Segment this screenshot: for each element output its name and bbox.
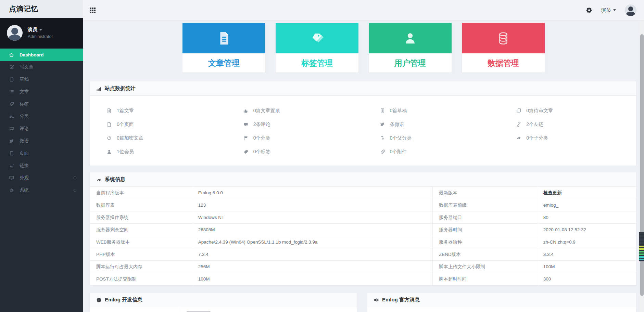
card-label: 数据管理 <box>462 53 545 73</box>
sidebar-item-write-post[interactable]: 写文章 <box>0 61 83 73</box>
main-content: 文章管理 标签管理 用户管理 数据管理 <box>83 21 644 312</box>
sidebar-item-label: Dashboard <box>20 52 44 57</box>
topbar-user-name: 演员 <box>601 7 611 13</box>
stat-label: 0个页面 <box>117 121 134 128</box>
card-user-management[interactable]: 用户管理 <box>369 23 452 73</box>
stat-parent-categories[interactable]: 0个父分类 <box>380 131 500 145</box>
stat-label: 1位会员 <box>117 149 134 155</box>
stats-grid: 1篇文章 0个页面 0篇加密文章 1位会员 0篇文章置顶 2条评论 0个分类 0… <box>90 96 636 166</box>
sidebar-item-label: 分类 <box>20 113 29 119</box>
sys-label: WEB服务器版本 <box>90 236 192 248</box>
home-icon <box>9 52 14 58</box>
table-row: WEB服务器版本 Apache/2.4.39 (Win64) OpenSSL/1… <box>90 236 636 248</box>
stat-friend-links[interactable]: 2个友链 <box>516 118 636 131</box>
page-icon <box>9 151 14 156</box>
page-scrollbar[interactable] <box>639 21 644 312</box>
table-row: 数据库表 123 数据库表前缀 emlog_ <box>90 199 636 211</box>
stat-attachments[interactable]: 0个附件 <box>380 145 500 159</box>
card-post-management[interactable]: 文章管理 <box>182 23 265 73</box>
stat-label: 2个友链 <box>526 121 543 128</box>
sidebar-item-dashboard[interactable]: Dashboard <box>0 49 83 61</box>
card-tag-management[interactable]: 标签管理 <box>276 23 358 73</box>
sidebar-item-label: 文章 <box>20 89 29 95</box>
gauge-icon <box>96 177 102 182</box>
copyright-label: 版权所有: <box>90 307 180 312</box>
card-label: 用户管理 <box>369 53 452 73</box>
user-avatar[interactable] <box>7 25 23 41</box>
system-panel-header: 系统信息 <box>90 172 636 187</box>
clipboard-icon <box>9 77 14 82</box>
stat-label: 0篇文章置顶 <box>253 108 280 114</box>
topbar-user-dropdown[interactable]: 演员 <box>601 7 616 13</box>
gear-icon <box>9 187 14 193</box>
sidebar-item-posts[interactable]: 文章 <box>0 86 83 98</box>
sys-value: 80 <box>537 211 636 223</box>
tag-icon <box>9 101 14 107</box>
stat-microblogs[interactable]: 条微语 <box>380 118 500 131</box>
stat-encrypted-posts[interactable]: 0篇加密文章 <box>106 131 227 145</box>
sys-label: 数据库表前缀 <box>432 199 537 211</box>
sys-value: Windows NT <box>192 211 432 223</box>
topbar-avatar[interactable] <box>625 4 636 16</box>
sys-label: 最新版本 <box>432 187 537 199</box>
check-update-link[interactable]: 检查更新 <box>537 187 636 199</box>
user-name-dropdown[interactable]: 演员 <box>28 27 53 33</box>
gear-icon[interactable] <box>586 7 592 13</box>
browser-extension-minimap[interactable] <box>639 232 644 261</box>
speaker-icon <box>374 297 379 303</box>
link-slashes-icon <box>9 163 14 169</box>
tags-icon <box>276 23 358 53</box>
sys-value: 100M <box>192 273 432 285</box>
sys-label: 服务器语种 <box>432 236 537 248</box>
sidebar-item-links[interactable]: 链接 <box>0 159 83 172</box>
sys-label: ZEND版本 <box>432 248 537 260</box>
sidebar-item-tags[interactable]: 标签 <box>0 98 83 110</box>
sys-value: 300 <box>537 273 636 285</box>
card-data-management[interactable]: 数据管理 <box>462 23 545 73</box>
sys-value: 123 <box>192 199 432 211</box>
sys-value: 26808M <box>192 224 432 236</box>
sidebar-item-drafts[interactable]: 草稿 <box>0 73 83 86</box>
dev-panel-header: Emlog 开发信息 <box>90 293 357 307</box>
sidebar-item-microblog[interactable]: 微语 <box>0 135 83 147</box>
stat-categories[interactable]: 0个分类 <box>243 131 363 145</box>
site-logo[interactable]: 点滴记忆 <box>0 0 83 18</box>
stat-comments[interactable]: 2条评论 <box>243 118 363 131</box>
category-icon <box>9 114 14 119</box>
sidebar-user-panel: 演员 Administrator <box>0 18 83 48</box>
user-name: 演员 <box>28 27 37 33</box>
paperclip-icon <box>380 149 385 155</box>
sys-value: 256M <box>192 261 432 273</box>
stat-members[interactable]: 1位会员 <box>106 145 227 159</box>
stat-pending-posts[interactable]: 0篇待审文章 <box>516 104 636 118</box>
sidebar-item-categories[interactable]: 分类 <box>0 110 83 122</box>
apps-grid-icon[interactable] <box>90 8 96 13</box>
stat-pages[interactable]: 0个页面 <box>106 118 227 131</box>
stat-label: 0个附件 <box>390 149 407 155</box>
twitter-icon <box>380 122 385 127</box>
sys-label: 当前程序版本 <box>90 187 192 199</box>
sidebar-item-appearance[interactable]: 外观 <box>0 172 83 184</box>
stat-tags[interactable]: 0个标签 <box>243 145 363 159</box>
table-row: 服务器操作系统 Windows NT 服务器端口 80 <box>90 211 636 224</box>
sidebar-item-comments[interactable]: 评论 <box>0 122 83 135</box>
member-icon <box>106 149 112 155</box>
stat-posts[interactable]: 1篇文章 <box>106 104 227 118</box>
sidebar-item-pages[interactable]: 页面 <box>0 147 83 159</box>
topbar: 演员 <box>83 0 644 21</box>
card-label: 文章管理 <box>182 53 265 73</box>
dev-info-panel: Emlog 开发信息 版权所有: Emlog <box>90 293 357 312</box>
stat-drafts[interactable]: 0篇草稿 <box>380 104 500 118</box>
edit-icon <box>9 64 14 70</box>
sidebar: 点滴记忆 演员 Administrator Dashboard 写文章 <box>0 0 83 312</box>
sys-label: 服务器时间 <box>432 224 537 236</box>
sys-value: emlog_ <box>537 199 636 211</box>
stats-panel-title: 站点数据统计 <box>105 85 136 92</box>
sidebar-item-system[interactable]: 系统 <box>0 184 83 196</box>
stat-label: 0个父分类 <box>390 135 412 141</box>
stat-child-categories[interactable]: 0个子分类 <box>516 131 636 145</box>
sys-value: zh-CN,zh;q=0.9 <box>537 236 636 248</box>
stat-sticky-posts[interactable]: 0篇文章置顶 <box>243 104 363 118</box>
sidebar-item-label: 外观 <box>20 175 29 181</box>
chevron-down-icon <box>613 9 616 11</box>
